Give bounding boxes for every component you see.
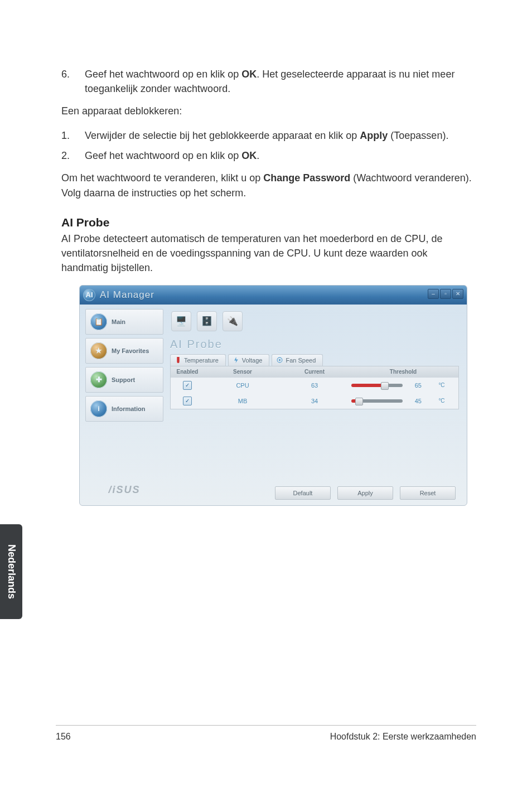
thermometer-icon [175,357,181,363]
threshold-slider[interactable]: 45 [351,398,422,404]
paragraph: AI Probe detecteert automatisch de tempe… [61,231,476,275]
monitor-icon: 🖥️ [176,316,187,326]
tabs: Temperature Voltage Fan Speed [168,354,461,366]
footer-separator [56,725,476,726]
list-body: Geef het wachtwoord op en klik op OK. He… [85,67,476,96]
table-header: Enabled Sensor Current Threshold [171,366,458,378]
ai-manager-window: AI AI Manager – ▫ ✕ 📋 Main ★ My Favorite… [79,285,467,506]
default-button[interactable]: Default [275,486,331,500]
bolt-icon [233,357,239,363]
minimize-button[interactable]: – [428,289,439,299]
sidebar-item-label: Main [112,318,125,325]
sidebar-item-label: Support [112,376,135,383]
paragraph: Om het wachtwoord te veranderen, klikt u… [61,171,476,200]
threshold-slider[interactable]: 65 [351,382,422,389]
window-title: AI Manager [100,289,154,301]
sidebar-item-information[interactable]: i Information [85,396,163,422]
reset-button[interactable]: Reset [400,486,456,500]
brand-logo: /iSUS [85,481,163,500]
sidebar-item-label: My Favorites [112,347,149,354]
drive-icon: 🗄️ [201,316,212,326]
col-enabled: Enabled [171,368,204,376]
tab-temperature[interactable]: Temperature [170,354,226,366]
tab-label: Temperature [184,357,219,364]
sidebar: 📋 Main ★ My Favorites ✚ Support i Inform… [85,309,163,500]
close-button[interactable]: ✕ [452,289,463,299]
info-icon: i [90,400,107,417]
svg-point-4 [279,359,280,361]
cell-sensor: CPU [204,381,281,390]
main-panel: 🖥️ 🗄️ 🔌 AI Probe Temperature Voltage [168,309,461,500]
enable-checkbox[interactable]: ✓ [183,397,192,405]
list-number: 2. [61,148,85,163]
tab-voltage[interactable]: Voltage [228,354,270,366]
chapter-title: Hoofdstuk 2: Eerste werkzaamheden [330,732,476,742]
table-row: ✓ MB 34 45 °C [171,393,458,409]
support-icon: ✚ [90,371,107,388]
tab-fan-speed[interactable]: Fan Speed [272,354,323,366]
sidebar-item-favorites[interactable]: ★ My Favorites [85,338,163,364]
sidebar-item-support[interactable]: ✚ Support [85,367,163,393]
tool-monitor[interactable]: 🖥️ [171,311,191,331]
svg-marker-2 [234,357,238,363]
cell-unit: °C [425,381,458,389]
titlebar[interactable]: AI AI Manager – ▫ ✕ [80,286,467,305]
network-icon: 🔌 [227,316,238,326]
enable-checkbox[interactable]: ✓ [183,381,192,390]
cell-sensor: MB [204,397,281,405]
cell-unit: °C [425,397,458,405]
threshold-value: 65 [406,382,422,389]
list-body: Verwijder de selectie bij het geblokkeer… [85,128,476,143]
toolbar: 🖥️ 🗄️ 🔌 [168,309,461,337]
cell-current: 63 [281,381,348,390]
section-heading: AI Probe [61,216,476,229]
col-threshold: Threshold [348,368,458,376]
list-number: 6. [61,67,85,96]
page-footer: 156 Hoofdstuk 2: Eerste werkzaamheden [56,732,476,742]
list-body: Geef het wachtwoord op en klik op OK. [85,148,476,163]
col-sensor: Sensor [204,368,281,376]
action-bar: Default Apply Reset [168,480,461,500]
tab-label: Fan Speed [286,357,316,364]
page-number: 156 [56,732,71,742]
svg-rect-0 [177,357,179,361]
svg-point-1 [177,361,179,363]
panel-title: AI Probe [168,337,461,354]
col-current: Current [281,368,348,376]
tool-network[interactable]: 🔌 [223,311,243,331]
sidebar-item-label: Information [112,405,146,412]
sensor-table: Enabled Sensor Current Threshold ✓ CPU 6… [170,366,459,409]
tool-drive[interactable]: 🗄️ [197,311,217,331]
app-icon: AI [83,289,95,301]
threshold-value: 45 [406,398,422,404]
paragraph: Een apparaat deblokkeren: [61,104,476,118]
table-row: ✓ CPU 63 65 °C [171,378,458,393]
maximize-button[interactable]: ▫ [440,289,451,299]
star-icon: ★ [90,342,107,359]
clipboard-icon: 📋 [90,313,107,330]
tab-label: Voltage [242,357,263,364]
sidebar-item-main[interactable]: 📋 Main [85,309,163,335]
list-number: 1. [61,128,85,143]
cell-current: 34 [281,397,348,405]
fan-icon [277,357,283,363]
apply-button[interactable]: Apply [337,486,393,500]
language-tab: Nederlands [0,524,22,619]
